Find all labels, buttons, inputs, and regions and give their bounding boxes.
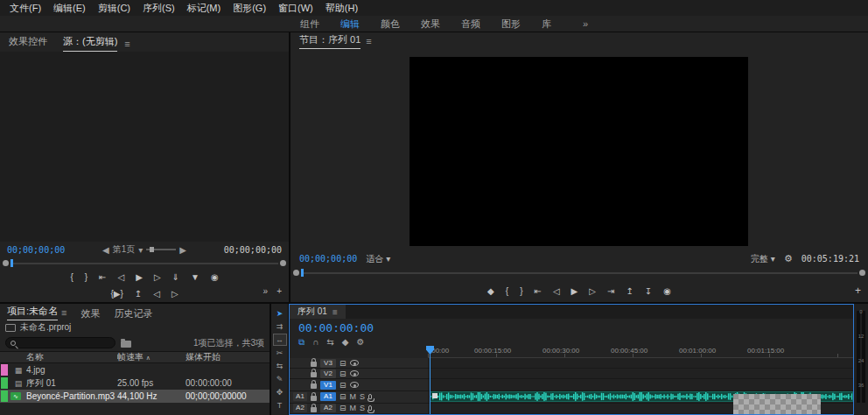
menu-item-graphics[interactable]: 图形(G)	[227, 2, 272, 15]
go-to-in-button[interactable]: ⇤	[99, 272, 106, 282]
source-patch[interactable]: A1	[293, 392, 307, 401]
snap-icon[interactable]: ∩	[312, 337, 318, 348]
label-color-chip[interactable]	[1, 390, 8, 402]
track-lane[interactable]	[428, 358, 853, 369]
mark-out-button[interactable]: }	[85, 272, 88, 282]
workspace-tab-effects[interactable]: 效果	[421, 18, 440, 31]
column-media-start[interactable]: 媒体开始	[186, 351, 270, 363]
more-buttons-icon[interactable]: »	[263, 286, 269, 296]
search-input[interactable]	[19, 339, 107, 348]
button-editor-plus-icon[interactable]: +	[276, 286, 282, 296]
timeline-settings-icon[interactable]: ⚙	[356, 337, 364, 348]
panel-menu-icon[interactable]: ≡	[124, 39, 130, 52]
step-back-button[interactable]: ◁	[553, 286, 560, 296]
track-header[interactable]: V1 ⊟	[290, 379, 428, 391]
mark-in-button[interactable]: {	[506, 286, 508, 296]
play-button[interactable]: ▶	[136, 272, 143, 282]
sync-lock-icon[interactable]: ⊟	[340, 404, 346, 412]
eye-icon[interactable]	[350, 360, 359, 366]
source-patch[interactable]	[293, 369, 307, 378]
panel-menu-icon[interactable]: ≡	[61, 307, 66, 320]
track-target-button[interactable]: V3	[320, 359, 336, 368]
source-playhead[interactable]	[10, 259, 13, 267]
track-lane[interactable]	[428, 379, 853, 391]
menu-item-marker[interactable]: 标记(M)	[181, 2, 228, 15]
zoom-level-select[interactable]: 适合 ▾	[366, 253, 390, 265]
source-patch[interactable]: A2	[293, 404, 307, 412]
track-header[interactable]: V3 ⊟	[290, 358, 428, 369]
chevron-down-icon[interactable]: ▾	[138, 245, 143, 255]
track-lane[interactable]	[428, 369, 853, 379]
zoom-handle-left[interactable]	[3, 260, 9, 266]
lift-button[interactable]: ↥	[135, 289, 142, 299]
column-frame-rate[interactable]: 帧速率 ∧	[117, 351, 186, 363]
lift-button[interactable]: ↥	[626, 286, 633, 296]
ripple-edit-tool[interactable]: ↔	[273, 334, 287, 346]
track-target-button[interactable]: A2	[320, 404, 336, 412]
track-target-button[interactable]: A1	[320, 392, 336, 401]
menu-item-window[interactable]: 窗口(W)	[272, 2, 319, 15]
source-scrubber[interactable]	[0, 257, 289, 270]
track-target-button[interactable]: V1	[320, 381, 336, 390]
sync-lock-icon[interactable]: ⊟	[340, 369, 346, 378]
source-patch[interactable]	[293, 359, 307, 368]
export-frame-button[interactable]: ◉	[211, 272, 219, 282]
column-name[interactable]: 名称	[26, 351, 117, 363]
lock-icon[interactable]	[311, 372, 317, 377]
tab-sequence-01[interactable]: 序列 01 ≡	[290, 305, 346, 319]
zoom-handle-right[interactable]	[859, 270, 865, 276]
program-scrubber[interactable]	[290, 267, 868, 279]
linked-selection-icon[interactable]: ⇆	[326, 337, 333, 348]
sync-lock-icon[interactable]: ⊟	[340, 392, 346, 401]
step-forward-button[interactable]: ▷	[589, 286, 596, 296]
project-bin-row[interactable]: 未命名.prproj	[0, 320, 270, 334]
track-header[interactable]: V2 ⊟	[290, 369, 428, 379]
extract-button[interactable]: ↧	[645, 286, 652, 296]
next-page-icon[interactable]: ▶	[179, 245, 186, 255]
tab-source-monitor[interactable]: 源：(无剪辑)	[63, 35, 117, 52]
eye-icon[interactable]	[350, 370, 359, 376]
slip-tool[interactable]: ⇆	[273, 360, 287, 372]
tab-history[interactable]: 历史记录	[114, 307, 152, 320]
workspace-tab-audio[interactable]: 音频	[461, 18, 480, 31]
mark-in-button[interactable]: {	[70, 272, 73, 282]
search-box[interactable]	[5, 337, 116, 348]
timeline-ruler[interactable]: :00:00 00:00:15:00 00:00:30:00 00:00:45:…	[428, 346, 853, 358]
overwrite-button[interactable]: ▼	[191, 272, 200, 282]
sync-lock-icon[interactable]: ⊟	[340, 381, 346, 390]
track-header[interactable]: A2 A2 ⊟ M S	[290, 404, 428, 414]
program-playhead[interactable]	[301, 269, 304, 277]
play-button[interactable]: ▶	[571, 286, 578, 296]
playback-resolution-select[interactable]: 完整 ▾	[751, 253, 775, 265]
new-bin-icon[interactable]	[121, 341, 131, 348]
prev-page-icon[interactable]: ◀	[102, 245, 109, 255]
eye-icon[interactable]	[350, 382, 359, 388]
track-header[interactable]: A1 A1 ⊟ M S	[290, 391, 428, 404]
panel-menu-icon[interactable]: ≡	[366, 36, 371, 49]
workspace-tab-editing[interactable]: 编辑	[340, 18, 360, 31]
zoom-handle-right[interactable]	[280, 260, 286, 266]
solo-button[interactable]: S	[360, 392, 365, 401]
project-row-audio[interactable]: ∿ Beyoncé-Partition.mp3 44,100 Hz 00;00;…	[0, 390, 270, 403]
menu-item-clip[interactable]: 剪辑(C)	[92, 2, 136, 15]
workspace-tab-assembly[interactable]: 组件	[300, 18, 319, 31]
tab-project[interactable]: 项目:未命名	[7, 305, 58, 320]
lock-icon[interactable]	[311, 383, 317, 389]
export-frame-button[interactable]: ◉	[663, 286, 671, 296]
menu-item-edit[interactable]: 编辑(E)	[47, 2, 92, 15]
go-to-out-button[interactable]: ⇥	[607, 286, 614, 296]
razor-tool[interactable]: ✂	[273, 347, 287, 359]
pen-tool[interactable]: ✎	[273, 373, 287, 385]
step-back-button[interactable]: ◁	[117, 272, 124, 282]
type-tool[interactable]: T	[273, 399, 287, 411]
tab-program-monitor[interactable]: 节目：序列 01	[299, 33, 360, 49]
timeline-current-timecode[interactable]: 00:00:00:00	[298, 321, 374, 334]
tab-effect-controls[interactable]: 效果控件	[9, 35, 47, 52]
add-marker-button[interactable]: ◆	[487, 286, 494, 296]
selection-tool[interactable]: ➤	[273, 307, 287, 320]
lock-icon[interactable]	[311, 396, 317, 401]
play-in-to-out-button[interactable]: {▶}	[110, 289, 122, 299]
menu-item-help[interactable]: 帮助(H)	[319, 2, 364, 15]
lock-icon[interactable]	[311, 362, 317, 367]
workspace-tab-graphics[interactable]: 图形	[501, 18, 521, 31]
